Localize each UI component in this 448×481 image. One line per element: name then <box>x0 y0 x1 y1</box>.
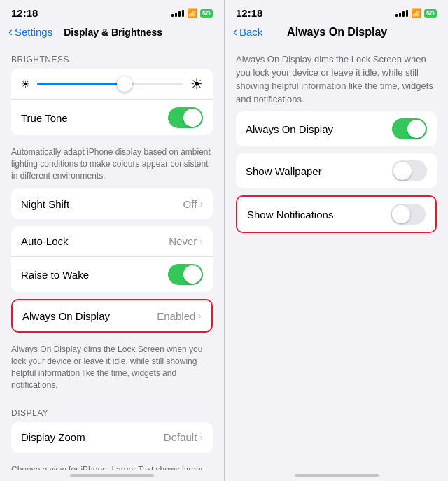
show-notifications-group: Show Notifications <box>236 195 437 233</box>
back-label-right: Back <box>239 26 262 38</box>
show-wallpaper-row[interactable]: Show Wallpaper <box>236 153 437 188</box>
scroll-left[interactable]: BRIGHTNESS ☀ ☀ True Tone Automatically a… <box>0 45 224 470</box>
nav-bar-left: ‹ Settings Display & Brightness <box>0 22 224 45</box>
display-zoom-value: Default <box>164 431 197 443</box>
always-on-display-label: Always On Display <box>22 310 157 322</box>
home-indicator-left <box>70 474 154 477</box>
night-shift-label: Night Shift <box>21 198 183 210</box>
show-wallpaper-toggle[interactable] <box>392 160 427 181</box>
raise-to-wake-label: Raise to Wake <box>21 269 168 281</box>
aod-toggle[interactable] <box>392 118 427 139</box>
brightness-group: ☀ ☀ True Tone <box>11 69 213 135</box>
page-title-left: Display & Brightness <box>52 27 174 38</box>
home-indicator-right <box>295 474 379 477</box>
auto-lock-row[interactable]: Auto-Lock Never › <box>11 226 213 257</box>
brightness-low-icon: ☀ <box>21 78 30 90</box>
raise-to-wake-knob <box>183 265 202 284</box>
auto-lock-chevron: › <box>200 236 203 247</box>
autolock-group: Auto-Lock Never › Raise to Wake <box>11 226 213 292</box>
night-shift-row[interactable]: Night Shift Off › <box>11 188 213 219</box>
show-wallpaper-knob <box>393 162 412 180</box>
slider-thumb <box>117 76 132 92</box>
night-shift-group: Night Shift Off › <box>11 188 213 219</box>
always-on-display-group: Always On Display Enabled › <box>11 299 213 333</box>
time-right: 12:18 <box>236 7 262 19</box>
true-tone-label: True Tone <box>21 112 168 124</box>
show-wallpaper-group: Show Wallpaper <box>236 153 437 188</box>
time-left: 12:18 <box>11 7 38 19</box>
chevron-left-icon: ‹ <box>8 25 13 39</box>
wifi-icon: 📶 <box>187 8 197 18</box>
aod-toggle-group: Always On Display <box>236 111 437 146</box>
show-notifications-row[interactable]: Show Notifications <box>237 197 435 232</box>
raise-to-wake-row[interactable]: Raise to Wake <box>11 257 213 292</box>
signal-icon <box>172 10 184 17</box>
back-label-left: Settings <box>15 26 52 38</box>
aod-toggle-knob <box>407 120 426 138</box>
aod-toggle-label: Always On Display <box>246 123 392 135</box>
aod-toggle-row[interactable]: Always On Display <box>236 111 437 146</box>
auto-lock-value: Never <box>169 235 197 247</box>
always-on-display-desc: Always On Display dims the Lock Screen w… <box>0 340 224 398</box>
show-notifications-toggle[interactable] <box>391 204 426 225</box>
left-panel: 12:18 📶 5G ‹ Settings Display & Brightne… <box>0 0 224 481</box>
signal-icon-right <box>396 10 408 17</box>
scroll-right[interactable]: Always On Display dims the Lock Screen w… <box>225 45 448 470</box>
true-tone-desc: Automatically adapt iPhone display based… <box>0 142 224 188</box>
display-zoom-desc: Choose a view for iPhone. Larger Text sh… <box>0 460 224 470</box>
chevron-left-icon-right: ‹ <box>233 25 237 39</box>
night-shift-value: Off <box>183 198 197 210</box>
display-zoom-label: Display Zoom <box>21 431 164 443</box>
display-zoom-row[interactable]: Display Zoom Default › <box>11 422 213 453</box>
brightness-label: BRIGHTNESS <box>0 45 224 69</box>
display-zoom-group: Display Zoom Default › <box>11 422 213 453</box>
show-notifications-knob <box>392 205 410 223</box>
status-icons-left: 📶 5G <box>172 8 213 18</box>
show-wallpaper-label: Show Wallpaper <box>246 165 392 177</box>
back-button-right[interactable]: ‹ Back <box>233 25 262 39</box>
display-section-label: DISPLAY <box>0 398 224 422</box>
brightness-slider[interactable] <box>37 83 183 85</box>
slider-fill <box>37 83 125 85</box>
page-title-right: Always On Display <box>262 26 412 39</box>
auto-lock-label: Auto-Lock <box>21 235 169 247</box>
night-shift-chevron: › <box>200 198 203 209</box>
true-tone-toggle[interactable] <box>168 107 203 128</box>
always-on-display-value: Enabled <box>157 310 195 322</box>
true-tone-row[interactable]: True Tone <box>11 100 213 135</box>
status-bar-right: 12:18 📶 5G <box>225 0 448 22</box>
brightness-row[interactable]: ☀ ☀ <box>11 69 213 100</box>
show-notifications-label: Show Notifications <box>247 209 391 221</box>
nav-bar-right: ‹ Back Always On Display <box>225 22 448 45</box>
status-bar-left: 12:18 📶 5G <box>0 0 224 22</box>
always-on-display-row[interactable]: Always On Display Enabled › <box>13 300 211 331</box>
raise-to-wake-toggle[interactable] <box>168 264 203 285</box>
wifi-icon-right: 📶 <box>411 8 421 18</box>
status-icons-right: 📶 5G <box>396 8 437 18</box>
brightness-high-icon: ☀ <box>190 76 203 92</box>
display-zoom-chevron: › <box>200 432 203 443</box>
back-button-left[interactable]: ‹ Settings <box>8 25 52 39</box>
true-tone-knob <box>183 109 202 127</box>
right-panel: 12:18 📶 5G ‹ Back Always On Display Alwa… <box>224 0 448 481</box>
battery-right: 5G <box>424 9 437 18</box>
battery-left: 5G <box>200 9 213 18</box>
always-on-info-text: Always On Display dims the Lock Screen w… <box>225 45 448 111</box>
always-on-display-chevron: › <box>198 310 202 321</box>
